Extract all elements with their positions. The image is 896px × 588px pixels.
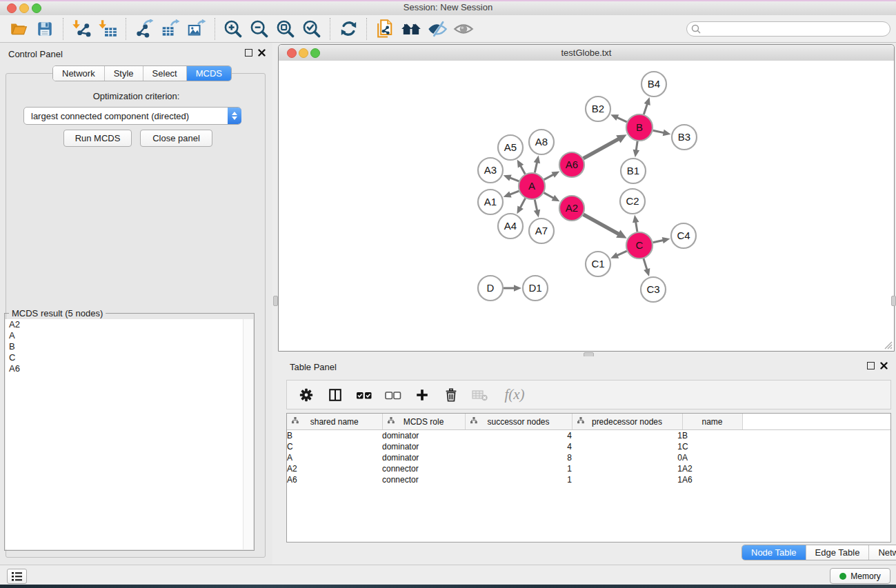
new-network-from-selection-button[interactable] [372, 17, 398, 41]
graph-node-C4[interactable]: C4 [671, 223, 696, 248]
graph-edge-A-A3[interactable] [509, 177, 519, 181]
graph-node-A5[interactable]: A5 [498, 135, 523, 160]
refresh-button[interactable] [335, 17, 361, 41]
zoom-selected-button[interactable] [299, 17, 325, 41]
search-input[interactable] [686, 21, 890, 37]
graph-node-B4[interactable]: B4 [641, 72, 666, 97]
graph-node-B1[interactable]: B1 [621, 159, 646, 183]
graph-node-C[interactable]: C [626, 232, 653, 258]
export-image-button[interactable] [183, 17, 210, 41]
tab-style[interactable]: Style [105, 66, 143, 81]
graph-node-A[interactable]: A [519, 173, 545, 199]
graph-node-A2[interactable]: A2 [559, 196, 584, 221]
graph-edge-B-B4[interactable] [644, 103, 648, 115]
column-header-predecessor-nodes[interactable]: predecessor nodes [572, 414, 682, 430]
vertical-splitter-handle[interactable] [273, 296, 278, 306]
graph-edge-C-C4[interactable] [653, 240, 664, 243]
deselect-all-rows-button[interactable] [384, 385, 403, 405]
hide-graphics-details-button[interactable] [424, 17, 450, 41]
graph-edge-A-A2[interactable] [544, 193, 555, 199]
graph-edge-B-B1[interactable] [636, 141, 637, 151]
graph-node-C2[interactable]: C2 [620, 189, 645, 214]
vertical-splitter-handle[interactable] [891, 296, 896, 306]
table-panel-float-icon[interactable] [867, 362, 875, 369]
close-panel-button[interactable]: Close panel [140, 130, 212, 147]
graph-node-A8[interactable]: A8 [529, 130, 554, 154]
table-panel-tabs: Node TableEdge TableNetwork TableMotifs [741, 545, 896, 560]
mcds-result-item[interactable]: A [6, 330, 243, 341]
column-header-successor-nodes[interactable]: successor nodes [465, 414, 572, 430]
tab-mcds[interactable]: MCDS [187, 66, 231, 81]
table-row[interactable]: Cdominator41C [287, 441, 890, 452]
mcds-result-scrollbar[interactable] [243, 319, 253, 549]
graph-edge-A2-C[interactable] [584, 214, 619, 234]
table-settings-button[interactable] [297, 385, 316, 405]
save-session-button[interactable] [32, 17, 58, 41]
mcds-result-item[interactable]: A6 [6, 363, 243, 374]
graph-node-A6[interactable]: A6 [559, 152, 584, 177]
graph-edge-C-C1[interactable] [616, 251, 626, 256]
memory-button[interactable]: Memory [830, 568, 890, 584]
open-session-button[interactable] [6, 17, 32, 41]
tab-node-table[interactable]: Node Table [742, 545, 806, 560]
window-resize-grip-icon[interactable] [883, 340, 893, 349]
task-history-button[interactable] [7, 569, 27, 584]
graph-node-A1[interactable]: A1 [478, 190, 503, 214]
graph-node-C3[interactable]: C3 [641, 277, 666, 302]
table-row[interactable]: A6connector11A6 [287, 474, 890, 485]
tab-select[interactable]: Select [143, 66, 187, 81]
graph-node-A3[interactable]: A3 [478, 158, 503, 183]
graph-node-D[interactable]: D [478, 276, 503, 301]
graph-edge-A6-B[interactable] [584, 139, 619, 159]
graph-edge-C-C2[interactable] [635, 221, 637, 232]
graph-node-B[interactable]: B [626, 114, 653, 141]
graph-edge-B-B2[interactable] [616, 117, 626, 122]
show-graphics-details-button[interactable] [450, 17, 477, 41]
table-row[interactable]: Adominator80A [287, 452, 890, 463]
zoom-fit-button[interactable] [272, 17, 299, 41]
graph-node-B3[interactable]: B3 [672, 125, 697, 150]
column-header-MCDS-role[interactable]: MCDS role [382, 414, 465, 430]
graph-node-D1[interactable]: D1 [523, 276, 548, 301]
graph-edge-B-B3[interactable] [653, 130, 665, 133]
network-window-titlebar[interactable]: testGlobe.txt [279, 45, 894, 61]
export-table-button[interactable] [157, 17, 183, 41]
graph-node-A7[interactable]: A7 [529, 219, 554, 243]
graph-edge-A-A6[interactable] [544, 174, 555, 180]
mcds-result-item[interactable]: B [6, 341, 243, 352]
graph-node-C1[interactable]: C1 [586, 252, 610, 276]
graph-edge-A-A7[interactable] [535, 200, 537, 212]
graph-edge-C-C3[interactable] [644, 258, 647, 270]
delete-row-button[interactable] [441, 385, 461, 405]
select-all-rows-button[interactable] [355, 385, 374, 405]
column-header-name[interactable]: name [682, 414, 742, 430]
graph-edge-A-A4[interactable] [520, 199, 526, 209]
zoom-out-button[interactable] [246, 17, 272, 41]
column-header-shared-name[interactable]: shared name [287, 414, 382, 430]
tab-edge-table[interactable]: Edge Table [806, 545, 870, 560]
tab-network[interactable]: Network [53, 66, 105, 81]
run-mcds-button[interactable]: Run MCDS [63, 130, 132, 147]
graph-edge-A-A1[interactable] [509, 191, 519, 194]
control-panel-close-icon[interactable] [258, 49, 266, 57]
optimization-criterion-select[interactable]: largest connected component (directed) [23, 107, 241, 125]
zoom-in-button[interactable] [220, 17, 246, 41]
graph-node-B2[interactable]: B2 [586, 97, 610, 121]
import-network-button[interactable] [68, 17, 94, 41]
network-canvas[interactable]: ABCA6A2A1A3A4A5A7A8B1B2B3B4C1C2C3C4DD1 [279, 61, 894, 351]
import-table-button[interactable] [94, 17, 121, 41]
table-row[interactable]: A2connector11A2 [287, 463, 890, 474]
graph-edge-A-A5[interactable] [520, 165, 525, 174]
add-row-button[interactable] [412, 385, 432, 405]
graph-node-A4[interactable]: A4 [498, 214, 523, 239]
table-panel-close-icon[interactable] [880, 362, 888, 369]
column-visibility-button[interactable] [326, 385, 345, 405]
export-network-button[interactable] [131, 17, 157, 41]
first-neighbors-button[interactable] [398, 17, 424, 41]
tab-network-table[interactable]: Network Table [869, 545, 896, 560]
mcds-result-item[interactable]: A2 [6, 319, 243, 330]
mcds-result-item[interactable]: C [6, 352, 243, 363]
control-panel-float-icon[interactable] [245, 49, 252, 57]
graph-edge-A-A8[interactable] [535, 161, 537, 172]
table-row[interactable]: Bdominator41B [287, 430, 890, 442]
